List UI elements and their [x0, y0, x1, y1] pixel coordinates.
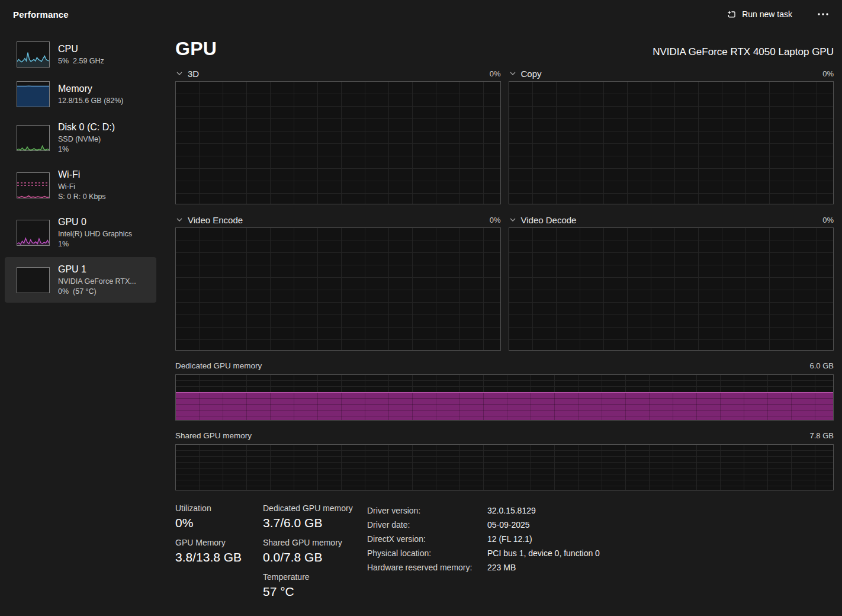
- chevron-down-icon[interactable]: [509, 70, 517, 77]
- cpu-item-stats: 5% 2.59 GHz: [58, 56, 104, 66]
- stat-gpu-memory-label: GPU Memory: [175, 538, 263, 547]
- more-options-button[interactable]: [812, 9, 834, 20]
- performance-sidebar: CPU 5% 2.59 GHz Memory 12.8/15.6 GB (82%…: [0, 28, 161, 616]
- dedicated-memory-header: Dedicated GPU memory 6.0 GB: [175, 360, 834, 371]
- gpu1-item-text: GPU 1 NVIDIA GeForce RTX... 0% (57 °C): [58, 263, 136, 297]
- chart-video-encode-header: Video Encode 0%: [175, 212, 501, 227]
- detail-driver-date: Driver date: 05-09-2025: [367, 518, 834, 532]
- gpu0-item-title: GPU 0: [58, 216, 132, 228]
- sidebar-item-cpu[interactable]: CPU 5% 2.59 GHz: [5, 36, 156, 73]
- stat-temperature-label: Temperature: [263, 572, 367, 582]
- dedicated-memory-fill: [176, 392, 833, 420]
- wifi-item-text: Wi-Fi Wi-Fi S: 0 R: 0 Kbps: [58, 168, 106, 202]
- chart-3d-value: 0%: [490, 69, 501, 78]
- chart-copy-label: Copy: [521, 69, 542, 79]
- gpu-header: GPU NVIDIA GeForce RTX 4050 Laptop GPU: [175, 38, 834, 60]
- chart-block-3d: 3D 0%: [175, 66, 501, 204]
- detail-directx-version: DirectX version: 12 (FL 12.1): [367, 532, 834, 546]
- gpu1-mini-graph: [17, 267, 50, 293]
- stat-utilization: Utilization 0%: [175, 503, 263, 530]
- wifi-mini-graph: [17, 172, 50, 198]
- shared-memory-label: Shared GPU memory: [175, 431, 252, 440]
- chart-block-video-encode: Video Encode 0%: [175, 212, 501, 351]
- gpu-video-encode-chart: [175, 227, 501, 351]
- chart-video-decode-label: Video Decode: [521, 215, 577, 225]
- gpu0-item-stats: 1%: [58, 239, 132, 249]
- chart-video-encode-label: Video Encode: [188, 215, 243, 225]
- detail-hardware-reserved-memory: Hardware reserved memory: 223 MB: [367, 560, 834, 575]
- detail-physical-location-label: Physical location:: [367, 546, 487, 560]
- run-new-task-label: Run new task: [742, 9, 792, 19]
- gpu1-item-stats: 0% (57 °C): [58, 287, 136, 297]
- disk-mini-graph: [17, 125, 50, 151]
- gpu-copy-chart: [509, 81, 834, 204]
- memory-item-stats: 12.8/15.6 GB (82%): [58, 96, 123, 106]
- stat-temperature: Temperature 57 °C: [263, 572, 367, 599]
- dedicated-memory-chart: [175, 374, 834, 421]
- driver-details: Driver version: 32.0.15.8129 Driver date…: [367, 503, 834, 607]
- memory-item-title: Memory: [58, 82, 123, 95]
- detail-driver-version-value: 32.0.15.8129: [487, 503, 536, 518]
- stats-column-1: Utilization 0% GPU Memory 3.8/13.8 GB: [175, 503, 263, 607]
- gpu-3d-chart: [175, 81, 501, 204]
- shared-memory-chart: [175, 444, 834, 490]
- chart-video-decode-value: 0%: [822, 216, 834, 224]
- gpu0-item-text: GPU 0 Intel(R) UHD Graphics 1%: [58, 216, 132, 249]
- disk-item-stats: 1%: [58, 145, 115, 155]
- chevron-down-icon[interactable]: [175, 70, 184, 77]
- detail-directx-version-label: DirectX version:: [367, 532, 487, 546]
- cpu-item-text: CPU 5% 2.59 GHz: [58, 43, 104, 66]
- chart-video-decode-header: Video Decode 0%: [509, 212, 834, 227]
- stat-dedicated-memory: Dedicated GPU memory 3.7/6.0 GB: [263, 503, 367, 530]
- chart-3d-label: 3D: [188, 69, 199, 79]
- detail-driver-version: Driver version: 32.0.15.8129: [367, 503, 834, 518]
- gpu1-item-name: NVIDIA GeForce RTX...: [58, 277, 136, 287]
- dedicated-memory-max: 6.0 GB: [810, 361, 834, 370]
- stat-utilization-value: 0%: [175, 516, 263, 530]
- wifi-item-title: Wi-Fi: [58, 168, 106, 181]
- sidebar-item-disk0[interactable]: Disk 0 (C: D:) SSD (NVMe) 1%: [5, 115, 156, 161]
- stat-shared-memory-value: 0.0/7.8 GB: [263, 550, 367, 564]
- chart-3d-label-group: 3D: [175, 69, 199, 79]
- detail-directx-version-value: 12 (FL 12.1): [487, 532, 532, 546]
- shared-memory-header: Shared GPU memory 7.8 GB: [175, 429, 834, 441]
- engine-charts-grid: 3D 0% Copy 0%: [175, 66, 834, 351]
- window-plus-icon: [726, 9, 737, 20]
- dedicated-memory-section: Dedicated GPU memory 6.0 GB: [175, 360, 834, 421]
- sidebar-item-memory[interactable]: Memory 12.8/15.6 GB (82%): [5, 75, 156, 113]
- sidebar-item-gpu0[interactable]: GPU 0 Intel(R) UHD Graphics 1%: [5, 210, 156, 255]
- chart-3d-header: 3D 0%: [175, 66, 501, 81]
- gpu-video-decode-chart: [509, 227, 834, 351]
- gpu-title: GPU: [175, 38, 217, 60]
- chart-video-encode-label-group: Video Encode: [175, 215, 243, 225]
- run-new-task-button[interactable]: Run new task: [721, 5, 797, 23]
- detail-hardware-reserved-memory-value: 223 MB: [487, 560, 516, 575]
- disk-item-text: Disk 0 (C: D:) SSD (NVMe) 1%: [58, 121, 115, 155]
- stat-utilization-label: Utilization: [175, 503, 263, 513]
- stats-column-2: Dedicated GPU memory 3.7/6.0 GB Shared G…: [263, 503, 367, 607]
- detail-driver-date-label: Driver date:: [367, 518, 487, 532]
- chart-block-video-decode: Video Decode 0%: [509, 212, 834, 351]
- shared-memory-section: Shared GPU memory 7.8 GB: [175, 429, 834, 490]
- disk-item-title: Disk 0 (C: D:): [58, 121, 115, 133]
- chart-video-decode-label-group: Video Decode: [509, 215, 577, 225]
- stat-shared-memory-label: Shared GPU memory: [263, 538, 367, 547]
- chart-copy-label-group: Copy: [509, 69, 542, 79]
- sidebar-item-wifi[interactable]: Wi-Fi Wi-Fi S: 0 R: 0 Kbps: [5, 162, 156, 208]
- shared-memory-max: 7.8 GB: [810, 431, 834, 440]
- chart-copy-value: 0%: [822, 69, 834, 78]
- chevron-down-icon[interactable]: [175, 217, 184, 223]
- chart-video-encode-value: 0%: [490, 216, 501, 224]
- memory-mini-graph: [17, 81, 50, 107]
- sidebar-item-gpu1[interactable]: GPU 1 NVIDIA GeForce RTX... 0% (57 °C): [5, 257, 156, 303]
- detail-driver-version-label: Driver version:: [367, 503, 487, 518]
- stat-shared-memory: Shared GPU memory 0.0/7.8 GB: [263, 538, 367, 564]
- dedicated-memory-label: Dedicated GPU memory: [175, 361, 262, 370]
- chevron-down-icon[interactable]: [509, 217, 517, 223]
- gpu1-item-title: GPU 1: [58, 263, 136, 275]
- chart-block-copy: Copy 0%: [509, 66, 834, 204]
- detail-hardware-reserved-memory-label: Hardware reserved memory:: [367, 560, 487, 575]
- cpu-item-title: CPU: [58, 43, 104, 55]
- disk-item-type: SSD (NVMe): [58, 134, 115, 145]
- top-bar-actions: Run new task: [721, 5, 834, 23]
